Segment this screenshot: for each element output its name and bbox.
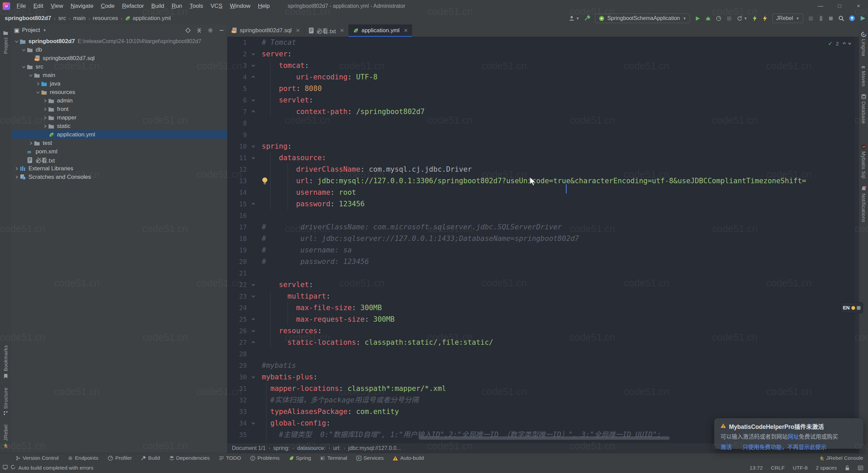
tree-item-admin[interactable]: admin: [11, 96, 227, 105]
tree-item-main[interactable]: main: [11, 71, 227, 79]
project-panel-title[interactable]: Project: [22, 27, 40, 34]
tree-item-static[interactable]: static: [11, 122, 227, 130]
fold-marker-icon[interactable]: [248, 48, 258, 60]
fold-marker-icon[interactable]: [248, 106, 258, 117]
chevron-expanded-icon[interactable]: [21, 65, 26, 69]
fold-marker-icon[interactable]: [248, 279, 258, 290]
lock-icon[interactable]: [845, 465, 850, 471]
fold-marker-icon[interactable]: [248, 71, 258, 83]
menu-build[interactable]: Build: [147, 0, 168, 12]
stripe-notifications[interactable]: Notifications: [861, 186, 866, 222]
menu-tools[interactable]: Tools: [186, 0, 207, 12]
chevron-collapsed-icon[interactable]: [14, 175, 19, 179]
update-available-button[interactable]: [849, 15, 855, 21]
chevron-collapsed-icon[interactable]: [35, 82, 41, 86]
fold-marker-icon[interactable]: [248, 140, 258, 152]
activate-link[interactable]: 激活: [721, 443, 732, 451]
editor-breadcrumb-item[interactable]: jdbc:mysql://127.0.0...: [348, 445, 401, 451]
coverage-button[interactable]: [726, 16, 732, 21]
tree-item-mapper[interactable]: mapper: [11, 113, 227, 122]
toolwindow-auto-build[interactable]: Auto-build: [393, 455, 424, 461]
status-line-ending[interactable]: CRLF: [771, 465, 785, 471]
minimize-button[interactable]: —: [811, 0, 830, 12]
status-caret-position[interactable]: 13:72: [750, 465, 763, 471]
chevron-collapsed-icon[interactable]: [14, 167, 19, 171]
locate-icon[interactable]: [185, 27, 191, 33]
fold-marker-icon[interactable]: [248, 290, 258, 302]
free-mode-link[interactable]: 只使用免费功能，不再显示此提示: [743, 443, 827, 451]
chevron-expanded-icon[interactable]: [14, 39, 19, 43]
tree-item-java[interactable]: java: [11, 79, 227, 88]
breadcrumb-file[interactable]: application.yml: [133, 15, 171, 22]
toolwindow-todo[interactable]: TODO: [219, 455, 241, 461]
toolwindow-spring[interactable]: Spring: [289, 455, 311, 461]
settings-icon[interactable]: [208, 27, 213, 33]
tree-item-External-Libraries[interactable]: External Libraries: [11, 164, 227, 173]
breadcrumb-item[interactable]: main: [73, 15, 86, 22]
menu-window[interactable]: Window: [226, 0, 254, 12]
stripe-lingma[interactable]: Lingma: [861, 32, 866, 56]
debug-button[interactable]: [705, 16, 711, 21]
jrebel-run-button[interactable]: [752, 15, 757, 21]
stripe-bookmarks[interactable]: Bookmarks: [3, 345, 8, 378]
plugin-button[interactable]: [860, 15, 866, 21]
breadcrumb-item[interactable]: resources: [93, 15, 118, 22]
status-refresh-icon[interactable]: [11, 465, 16, 471]
toolwindow-jrebel-console[interactable]: JRebel Console: [819, 455, 863, 461]
status-file-encoding[interactable]: UTF-8: [793, 465, 808, 471]
jrebel-debug-button[interactable]: [762, 15, 768, 21]
status-indent-setting[interactable]: 2 spaces: [816, 465, 837, 471]
tree-item-resources[interactable]: resources: [11, 88, 227, 96]
tab-application.yml[interactable]: application.yml✕: [349, 24, 412, 37]
resume-listener-button[interactable]: [818, 15, 824, 21]
tree-item-必看.txt[interactable]: 必看.txt: [11, 156, 227, 164]
tree-item-springboot802d7[interactable]: springboot802d7E:\releaseComp\24-10\10\4…: [11, 37, 227, 45]
menu-run[interactable]: Run: [168, 0, 186, 12]
toolwindow-terminal[interactable]: Terminal: [320, 455, 347, 461]
tab-close-icon[interactable]: ✕: [296, 27, 300, 34]
chevron-collapsed-icon[interactable]: [42, 116, 48, 120]
tree-item-test[interactable]: test: [11, 139, 227, 147]
toolwindow-endpoints[interactable]: Endpoints: [68, 455, 98, 461]
chevron-collapsed-icon[interactable]: [42, 107, 48, 111]
menu-refactor[interactable]: Refactor: [118, 0, 147, 12]
profile-button[interactable]: [716, 16, 722, 21]
stripe-project[interactable]: Project: [3, 31, 8, 54]
stripe-database[interactable]: Database: [861, 94, 866, 124]
user-button[interactable]: ▼: [569, 15, 579, 21]
stripe-jrebel[interactable]: JRebel: [3, 424, 8, 448]
editor-breadcrumb-item[interactable]: datasource:: [297, 445, 326, 451]
menu-vcs[interactable]: VCS: [207, 0, 226, 12]
close-button[interactable]: ×: [849, 0, 868, 12]
fold-marker-icon[interactable]: [248, 417, 258, 429]
tree-item-springboot802d7.sql[interactable]: SQLspringboot802d7.sql: [11, 54, 227, 62]
chevron-collapsed-icon[interactable]: [42, 124, 48, 128]
code-editor[interactable]: 1# Tomcat2server:3 tomcat:4 uri-encoding…: [227, 37, 859, 443]
breadcrumb-item[interactable]: springboot802d7: [5, 15, 51, 22]
breadcrumb-item[interactable]: src: [58, 15, 66, 22]
stripe-structure[interactable]: Structure: [3, 387, 8, 416]
tree-item-front[interactable]: front: [11, 105, 227, 113]
tab-springboot802d7.sql[interactable]: SQLspringboot802d7.sql✕: [227, 24, 304, 37]
fold-marker-icon[interactable]: [248, 94, 258, 106]
jrebel-select[interactable]: JRebel▼: [772, 14, 803, 23]
search-everywhere-button[interactable]: [838, 15, 844, 21]
menu-file[interactable]: File: [13, 0, 29, 12]
tab-close-icon[interactable]: ✕: [403, 27, 408, 34]
menu-edit[interactable]: Edit: [29, 0, 47, 12]
stop-button[interactable]: [828, 16, 833, 21]
menu-code[interactable]: Code: [97, 0, 118, 12]
tree-item-Scratches-and-Consoles[interactable]: Scratches and Consoles: [11, 173, 227, 181]
ime-indicator[interactable]: EN: [841, 302, 863, 313]
status-widget-icon[interactable]: [3, 465, 8, 471]
fold-marker-icon[interactable]: [248, 152, 258, 164]
reader-mode-icon[interactable]: [858, 465, 863, 471]
toolwindow-version-control[interactable]: Version Control: [16, 455, 59, 461]
maximize-button[interactable]: □: [830, 0, 849, 12]
fold-marker-icon[interactable]: [248, 60, 258, 71]
menu-navigate[interactable]: Navigate: [67, 0, 97, 12]
toolwindow-dependencies[interactable]: Dependencies: [169, 455, 210, 461]
build-project-button[interactable]: [584, 15, 590, 21]
fold-marker-icon[interactable]: [248, 198, 258, 210]
intention-bulb-icon[interactable]: [261, 177, 269, 188]
